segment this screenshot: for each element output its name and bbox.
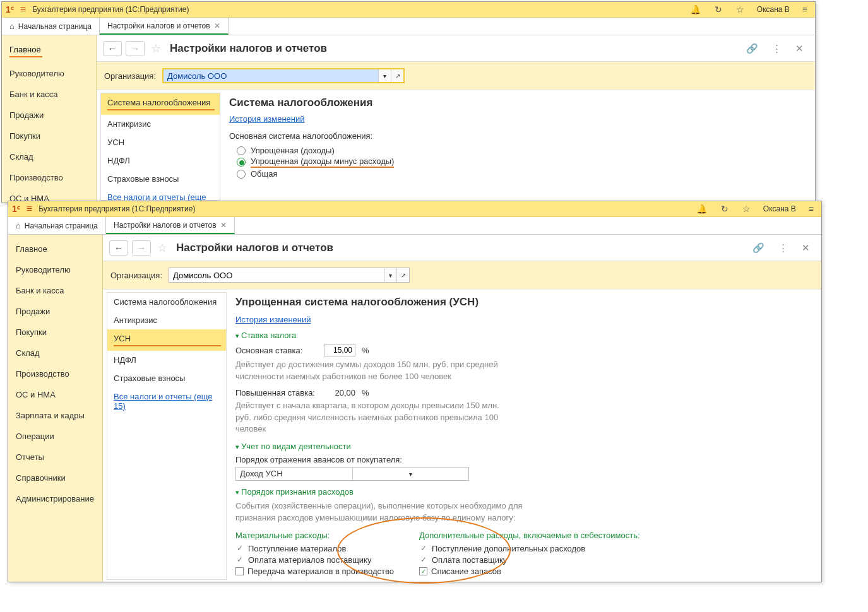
- tab-label: Начальная страница: [18, 22, 92, 31]
- close-icon[interactable]: ✕: [214, 21, 220, 30]
- menu-icon[interactable]: ≡: [805, 204, 817, 214]
- section-toggle-rate[interactable]: Ставка налога: [235, 331, 812, 340]
- check-row[interactable]: Передача материалов в производство: [235, 567, 394, 576]
- nav-forward-button[interactable]: →: [126, 41, 145, 56]
- rate-main-input[interactable]: [324, 344, 355, 356]
- rate-hi-label: Повышенная ставка:: [235, 388, 318, 397]
- hamburger-icon[interactable]: ≡: [20, 4, 26, 15]
- radio-icon[interactable]: [237, 158, 246, 167]
- content-pane: Система налогообложения История изменени…: [220, 90, 815, 201]
- close-icon[interactable]: ✕: [790, 43, 809, 54]
- history-icon[interactable]: ↻: [717, 204, 732, 214]
- sidebar-item[interactable]: Справочники: [8, 468, 102, 488]
- bell-icon[interactable]: 🔔: [693, 204, 711, 214]
- link-icon[interactable]: 🔗: [747, 242, 770, 254]
- app-title: Бухгалтерия предприятия (1С:Предприятие): [32, 5, 189, 14]
- org-select[interactable]: ▾ ↗: [162, 68, 405, 83]
- checkbox[interactable]: [235, 567, 244, 575]
- more-icon[interactable]: ⋮: [773, 242, 793, 254]
- menu-icon[interactable]: ≡: [799, 4, 811, 15]
- sidebar-item[interactable]: Продажи: [8, 301, 102, 322]
- subnav-item[interactable]: НДФЛ: [101, 151, 220, 170]
- checkbox[interactable]: [419, 567, 427, 575]
- sidebar-item[interactable]: Банк и касса: [2, 84, 96, 105]
- logo-1c: 1ᶜ: [6, 4, 14, 15]
- dropdown-icon[interactable]: ▾: [352, 468, 469, 480]
- favorite-icon[interactable]: ☆: [148, 42, 163, 56]
- sidebar-item[interactable]: Продажи: [2, 105, 96, 126]
- sidebar-item[interactable]: Производство: [8, 363, 102, 384]
- radio-icon[interactable]: [237, 146, 246, 155]
- sidebar-item[interactable]: Банк и касса: [8, 280, 102, 301]
- sidebar-item[interactable]: Главное: [8, 238, 102, 259]
- radio-option[interactable]: Общая: [237, 169, 806, 179]
- subnav-item[interactable]: Антикризис: [107, 311, 226, 329]
- nav-forward-button[interactable]: →: [132, 240, 151, 256]
- star-icon[interactable]: ☆: [732, 4, 748, 15]
- link-icon[interactable]: 🔗: [741, 43, 763, 54]
- sidebar-item[interactable]: Отчеты: [8, 447, 102, 468]
- close-icon[interactable]: ✕: [220, 221, 227, 230]
- sidebar-item[interactable]: Склад: [2, 146, 96, 167]
- page-title: Настройки налогов и отчетов: [170, 42, 327, 55]
- subnav-item[interactable]: Антикризис: [101, 115, 220, 133]
- user-label[interactable]: Оксана В: [761, 204, 799, 213]
- check-row: ✓Оплата материалов поставщику: [235, 555, 394, 565]
- hamburger-icon[interactable]: ≡: [27, 203, 32, 215]
- section-toggle-activities[interactable]: Учет по видам деятельности: [235, 442, 812, 451]
- subnav-item-tax-system[interactable]: Система налогообложения: [101, 93, 220, 115]
- sidebar-item[interactable]: Склад: [8, 343, 102, 363]
- sidebar-item[interactable]: Руководителю: [2, 63, 96, 84]
- sidebar-item[interactable]: Администрирование: [8, 488, 102, 509]
- subnav-item[interactable]: Система налогообложения: [107, 293, 226, 311]
- check-row: ✓Оплата поставщику: [419, 555, 640, 565]
- org-input[interactable]: [163, 69, 378, 82]
- history-link[interactable]: История изменений: [235, 315, 311, 324]
- content-pane: Упрощенная система налогообложения (УСН)…: [227, 290, 821, 580]
- subnav-item[interactable]: НДФЛ: [107, 351, 226, 369]
- favorite-icon[interactable]: ☆: [155, 241, 170, 255]
- subnav-item-usn[interactable]: УСН: [107, 329, 226, 351]
- open-icon[interactable]: ↗: [391, 69, 403, 82]
- history-link[interactable]: История изменений: [229, 114, 305, 124]
- advance-select[interactable]: Доход УСН ▾: [235, 467, 469, 481]
- open-icon[interactable]: ↗: [396, 268, 409, 282]
- tab-settings[interactable]: Настройки налогов и отчетов ✕: [106, 217, 235, 234]
- org-select[interactable]: ▾ ↗: [169, 268, 410, 283]
- sidebar-item[interactable]: Производство: [2, 167, 96, 188]
- dropdown-icon[interactable]: ▾: [378, 69, 391, 82]
- sidebar-item[interactable]: Операции: [8, 426, 102, 447]
- subnav-item[interactable]: УСН: [101, 133, 220, 151]
- radio-icon[interactable]: [237, 170, 246, 179]
- subnav-item[interactable]: Страховые взносы: [107, 369, 226, 387]
- sidebar-item[interactable]: Покупки: [8, 322, 102, 343]
- check-row[interactable]: Списание запасов: [419, 567, 640, 576]
- sidebar-item[interactable]: Руководителю: [8, 259, 102, 280]
- nav-back-button[interactable]: ←: [103, 41, 122, 56]
- subnav-item[interactable]: Страховые взносы: [101, 170, 220, 188]
- radio-option[interactable]: Упрощенная (доходы): [237, 146, 806, 155]
- tab-settings[interactable]: Настройки налогов и отчетов ✕: [100, 18, 229, 35]
- org-input[interactable]: [169, 268, 384, 282]
- user-label[interactable]: Оксана В: [754, 5, 792, 14]
- history-icon[interactable]: ↻: [711, 4, 726, 15]
- page-header: ← → ☆ Настройки налогов и отчетов 🔗 ⋮ ✕: [97, 35, 815, 62]
- sidebar-item[interactable]: Покупки: [2, 126, 96, 146]
- sidebar-item[interactable]: Зарплата и кадры: [8, 405, 102, 426]
- dropdown-icon[interactable]: ▾: [384, 268, 396, 282]
- nav-back-button[interactable]: ←: [109, 240, 128, 256]
- star-icon[interactable]: ☆: [739, 204, 754, 214]
- subnav-all-link[interactable]: Все налоги и отчеты (еще 15): [107, 387, 226, 415]
- radio-option[interactable]: Упрощенная (доходы минус расходы): [237, 156, 806, 168]
- logo-1c: 1ᶜ: [12, 204, 20, 214]
- sidebar-item[interactable]: ОС и НМА: [8, 384, 102, 405]
- check-icon: ✓: [419, 544, 428, 553]
- more-icon[interactable]: ⋮: [767, 43, 787, 54]
- sidebar-item-main[interactable]: Главное: [2, 39, 96, 63]
- group-label: Основная система налогообложения:: [229, 131, 806, 141]
- tab-home[interactable]: ⌂ Начальная страница: [8, 217, 106, 234]
- section-toggle-expenses[interactable]: Порядок признания расходов: [235, 487, 812, 497]
- bell-icon[interactable]: 🔔: [686, 4, 705, 15]
- tab-home[interactable]: ⌂ Начальная страница: [2, 18, 100, 35]
- close-icon[interactable]: ✕: [797, 242, 815, 254]
